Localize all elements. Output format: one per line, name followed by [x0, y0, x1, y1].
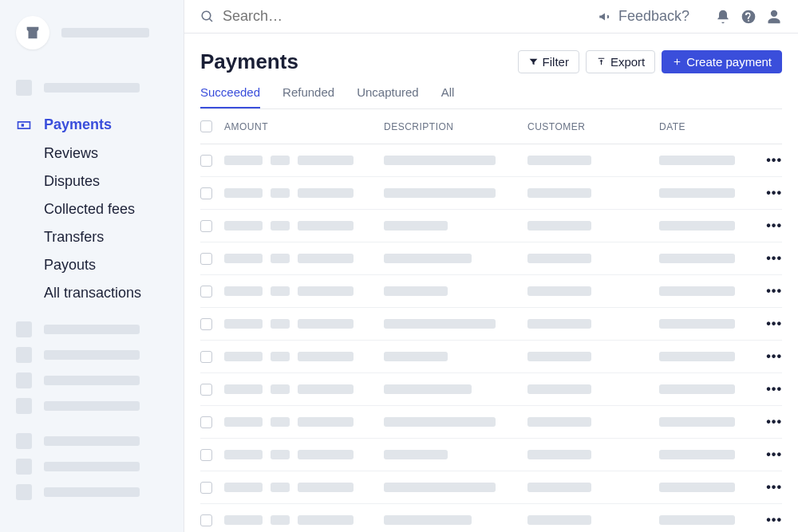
row-checkbox[interactable]	[200, 187, 212, 199]
sidebar-subitem-transfers[interactable]: Transfers	[44, 223, 184, 251]
row-more-icon[interactable]: •••	[766, 219, 782, 232]
table-row[interactable]: •••	[200, 406, 782, 439]
search-box[interactable]	[200, 8, 598, 25]
row-more-icon[interactable]: •••	[766, 447, 782, 461]
sidebar-item-label: Payments	[44, 116, 112, 133]
sidebar-group-3	[0, 419, 184, 505]
help-button[interactable]	[741, 9, 757, 25]
row-checkbox[interactable]	[200, 318, 212, 330]
sidebar-item-placeholder[interactable]	[16, 317, 168, 342]
payments-table: AMOUNT DESCRIPTION CUSTOMER DATE •••••••…	[184, 109, 798, 532]
bell-icon	[715, 9, 731, 25]
tabs: Succeeded Refunded Uncaptured All	[200, 85, 782, 109]
row-more-icon[interactable]: •••	[766, 349, 782, 363]
header-actions: Filter Export Create payment	[518, 50, 782, 73]
sidebar-item-placeholder[interactable]	[16, 75, 168, 100]
col-header-customer: CUSTOMER	[527, 121, 659, 132]
row-checkbox[interactable]	[200, 351, 212, 363]
help-icon	[741, 9, 757, 25]
feedback-label: Feedback?	[618, 8, 689, 25]
tab-succeeded[interactable]: Succeeded	[200, 85, 260, 108]
search-input[interactable]	[223, 8, 462, 25]
table-header: AMOUNT DESCRIPTION CUSTOMER DATE	[200, 109, 782, 144]
sidebar-item-payments[interactable]: Payments	[0, 110, 184, 140]
sidebar-subitem-collected-fees[interactable]: Collected fees	[44, 195, 184, 223]
row-more-icon[interactable]: •••	[766, 153, 782, 167]
row-more-icon[interactable]: •••	[766, 186, 782, 199]
search-icon	[200, 10, 215, 24]
filter-button[interactable]: Filter	[518, 50, 579, 73]
col-header-description: DESCRIPTION	[384, 121, 527, 132]
user-icon	[766, 9, 782, 25]
table-row[interactable]: •••	[200, 504, 782, 532]
table-row[interactable]: •••	[200, 275, 782, 308]
table-row[interactable]: •••	[200, 144, 782, 177]
main-content: Feedback? Payments Filter	[184, 0, 798, 532]
table-row[interactable]: •••	[200, 308, 782, 341]
feedback-link[interactable]: Feedback?	[598, 8, 689, 25]
topbar: Feedback?	[184, 0, 798, 33]
row-more-icon[interactable]: •••	[766, 415, 782, 428]
sidebar-subitem-disputes[interactable]: Disputes	[44, 167, 184, 195]
row-checkbox[interactable]	[200, 384, 212, 396]
export-icon	[596, 57, 606, 67]
row-checkbox[interactable]	[200, 482, 212, 494]
row-checkbox[interactable]	[200, 253, 212, 265]
table-row[interactable]: •••	[200, 341, 782, 373]
tab-refunded[interactable]: Refunded	[282, 85, 334, 108]
sidebar-item-placeholder[interactable]	[16, 454, 168, 479]
brand-name-placeholder	[61, 28, 149, 37]
row-more-icon[interactable]: •••	[766, 317, 782, 330]
row-checkbox[interactable]	[200, 449, 212, 461]
sidebar-item-placeholder[interactable]	[16, 342, 168, 368]
create-payment-button[interactable]: Create payment	[662, 50, 782, 73]
tab-all[interactable]: All	[441, 85, 455, 108]
filter-label: Filter	[543, 55, 569, 69]
row-checkbox[interactable]	[200, 416, 212, 428]
table-row[interactable]: •••	[200, 471, 782, 504]
page-title: Payments	[200, 49, 298, 74]
table-row[interactable]: •••	[200, 242, 782, 275]
row-more-icon[interactable]: •••	[766, 480, 782, 494]
sidebar-subitem-reviews[interactable]: Reviews	[44, 140, 184, 167]
row-checkbox[interactable]	[200, 514, 212, 526]
table-row[interactable]: •••	[200, 439, 782, 471]
row-checkbox[interactable]	[200, 286, 212, 298]
account-button[interactable]	[766, 9, 782, 25]
row-more-icon[interactable]: •••	[766, 251, 782, 265]
sidebar-item-placeholder[interactable]	[16, 428, 168, 454]
page-header: Payments Filter Export Create payment	[184, 33, 798, 109]
sidebar: Payments Reviews Disputes Collected fees…	[0, 0, 184, 532]
col-header-amount: AMOUNT	[224, 121, 384, 132]
filter-icon	[528, 57, 539, 67]
sidebar-item-placeholder[interactable]	[16, 368, 168, 393]
table-row[interactable]: •••	[200, 177, 782, 210]
plus-icon	[672, 57, 682, 67]
tab-uncaptured[interactable]: Uncaptured	[357, 85, 419, 108]
megaphone-icon	[598, 10, 612, 24]
row-more-icon[interactable]: •••	[766, 513, 782, 526]
table-row[interactable]: •••	[200, 373, 782, 406]
row-more-icon[interactable]: •••	[766, 382, 782, 396]
sidebar-item-placeholder[interactable]	[16, 393, 168, 419]
payments-subnav: Reviews Disputes Collected fees Transfer…	[0, 140, 184, 307]
sidebar-item-placeholder[interactable]	[16, 479, 168, 505]
export-label: Export	[610, 55, 645, 69]
table-row[interactable]: •••	[200, 210, 782, 242]
notifications-button[interactable]	[715, 9, 731, 25]
sidebar-subitem-payouts[interactable]: Payouts	[44, 251, 184, 279]
store-logo	[16, 16, 49, 49]
col-header-date: DATE	[659, 121, 758, 132]
store-icon	[24, 24, 41, 41]
row-checkbox[interactable]	[200, 155, 212, 167]
brand-row	[0, 16, 184, 65]
create-label: Create payment	[686, 55, 772, 69]
payments-icon	[16, 117, 32, 133]
row-more-icon[interactable]: •••	[766, 284, 782, 298]
export-button[interactable]: Export	[586, 50, 655, 73]
sidebar-group-1	[0, 65, 184, 100]
sidebar-group-2	[0, 307, 184, 419]
select-all-checkbox[interactable]	[200, 120, 212, 132]
sidebar-subitem-all-transactions[interactable]: All transactions	[44, 279, 184, 307]
row-checkbox[interactable]	[200, 220, 212, 232]
